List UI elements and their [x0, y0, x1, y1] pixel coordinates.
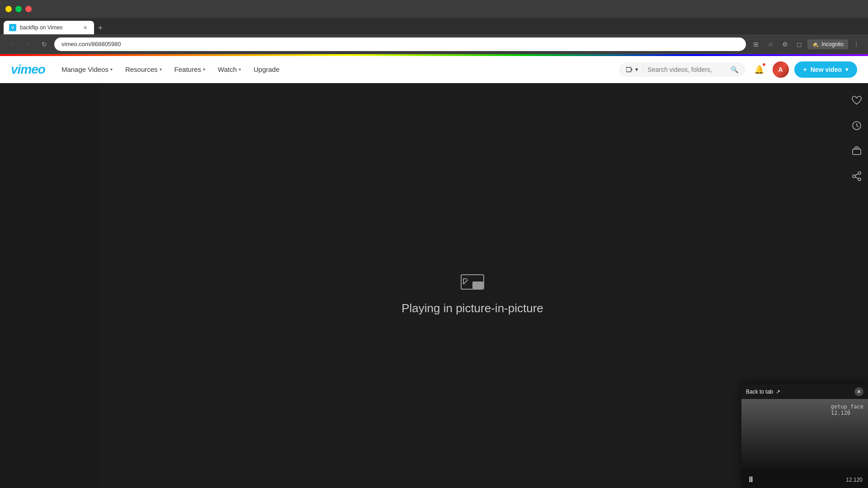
like-button[interactable]	[849, 92, 865, 108]
vimeo-logo[interactable]: vimeo	[11, 62, 45, 77]
chevron-down-icon: ▾	[239, 67, 241, 72]
nav-features[interactable]: Features ▾	[169, 62, 211, 77]
chevron-down-icon: ▾	[845, 66, 848, 73]
pip-pause-button[interactable]: ⏸	[747, 475, 755, 484]
nav-items: Manage Videos ▾ Resources ▾ Features ▾ W…	[56, 62, 619, 77]
bookmark-button[interactable]: ☆	[764, 38, 777, 51]
new-video-button[interactable]: + New video ▾	[794, 61, 857, 78]
left-sidebar	[0, 83, 99, 488]
chevron-down-icon: ▾	[635, 66, 638, 73]
nav-upgrade[interactable]: Upgrade	[248, 62, 285, 77]
refresh-button[interactable]: ↻	[38, 38, 51, 51]
toolbar-icons: ⊞ ☆ ⚙ ◻ 🕵 Incognito ⋮	[750, 38, 863, 51]
pip-mini-video: getup_face 12.120	[741, 399, 868, 471]
forward-button[interactable]: →	[22, 38, 34, 51]
close-window-button[interactable]	[25, 6, 32, 12]
external-link-icon: ↗	[776, 389, 780, 395]
pip-mini-controls: ⏸ 12.120	[741, 471, 868, 488]
chevron-down-icon: ▾	[203, 67, 205, 72]
back-button[interactable]: ←	[5, 38, 18, 51]
tab-favicon: V	[9, 24, 16, 31]
maximize-button[interactable]	[15, 6, 22, 12]
pip-close-button[interactable]: ✕	[854, 387, 863, 396]
share-button[interactable]	[849, 168, 865, 184]
nav-manage-videos[interactable]: Manage Videos ▾	[56, 62, 118, 77]
address-bar: ← → ↻ ⊞ ☆ ⚙ ◻ 🕵 Incognito ⋮	[0, 34, 868, 54]
minimize-button[interactable]	[5, 6, 12, 12]
search-box[interactable]: ▾ 🔍	[619, 62, 745, 77]
titlebar	[0, 0, 868, 18]
chevron-down-icon: ▾	[110, 67, 113, 72]
pip-overlay-text: getup_face 12.120	[831, 404, 863, 416]
window-controls	[5, 6, 32, 12]
incognito-button[interactable]: 🕵 Incognito	[807, 39, 848, 49]
notification-badge	[762, 62, 766, 67]
chevron-down-icon: ▾	[160, 67, 162, 72]
pip-time: 12.120	[846, 477, 863, 483]
svg-point-9	[858, 172, 861, 174]
extensions-button[interactable]: ⚙	[778, 38, 791, 51]
main-content: Playing in picture-in-picture	[0, 83, 868, 488]
svg-point-11	[858, 178, 861, 181]
tab-title: backflip on Vimeo	[20, 24, 78, 31]
back-to-tab-button[interactable]: Back to tab ↗	[746, 389, 780, 395]
search-dropdown[interactable]: ▾	[626, 66, 643, 73]
svg-line-4	[463, 280, 468, 284]
nav-right: ▾ 🔍 🔔 A + New video ▾	[619, 61, 857, 78]
browser-chrome: V backflip on Vimeo ✕ + ← → ↻ ⊞ ☆ ⚙ ◻ 🕵 …	[0, 0, 868, 54]
profile-button[interactable]: ◻	[793, 38, 806, 51]
active-tab[interactable]: V backflip on Vimeo ✕	[4, 21, 94, 34]
tab-bar: V backflip on Vimeo ✕ +	[0, 18, 868, 34]
extension-button[interactable]: ⊞	[750, 38, 762, 51]
notifications-button[interactable]: 🔔	[751, 61, 767, 78]
search-button[interactable]: 🔍	[731, 66, 738, 73]
pip-mini-header: Back to tab ↗ ✕	[741, 385, 868, 399]
menu-button[interactable]: ⋮	[850, 38, 863, 51]
svg-point-10	[853, 175, 855, 178]
new-tab-button[interactable]: +	[94, 22, 107, 34]
pip-icon	[461, 274, 484, 292]
search-input[interactable]	[648, 66, 727, 73]
pip-overlay: Playing in picture-in-picture	[401, 274, 543, 315]
video-icon	[626, 66, 633, 73]
nav-watch[interactable]: Watch ▾	[212, 62, 246, 77]
nav-resources[interactable]: Resources ▾	[120, 62, 167, 77]
watch-later-button[interactable]	[849, 117, 865, 134]
collections-button[interactable]	[849, 143, 865, 159]
video-area: Playing in picture-in-picture	[99, 83, 845, 488]
avatar[interactable]: A	[773, 61, 789, 78]
svg-rect-0	[626, 67, 631, 72]
svg-line-12	[855, 177, 858, 178]
pip-mini-player: Back to tab ↗ ✕ getup_face 12.120 ⏸ 12.1…	[741, 385, 868, 488]
svg-rect-8	[855, 146, 858, 148]
svg-line-13	[855, 174, 858, 175]
svg-rect-3	[472, 282, 483, 289]
plus-icon: +	[803, 66, 807, 73]
vimeo-navbar: vimeo Manage Videos ▾ Resources ▾ Featur…	[0, 56, 868, 83]
address-input[interactable]	[54, 38, 746, 51]
svg-rect-6	[853, 149, 861, 155]
svg-marker-1	[631, 69, 633, 70]
tab-close-button[interactable]: ✕	[81, 24, 89, 31]
pip-message: Playing in picture-in-picture	[401, 301, 543, 315]
incognito-icon: 🕵	[812, 41, 819, 47]
